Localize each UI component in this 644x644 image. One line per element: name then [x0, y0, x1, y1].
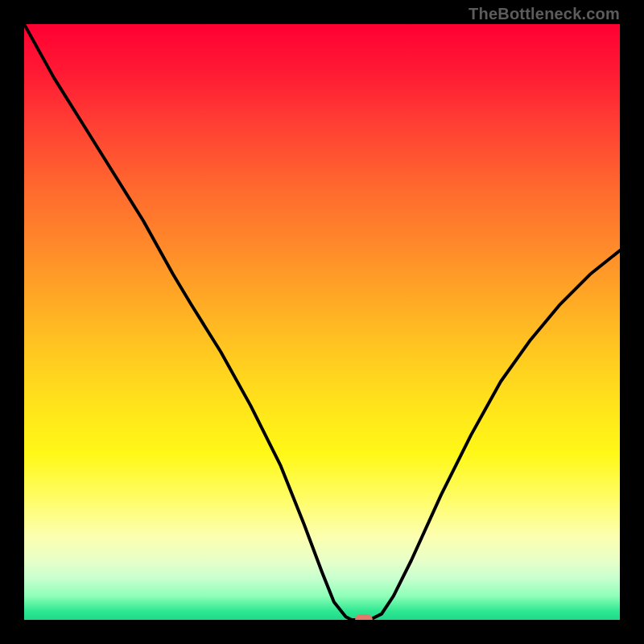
plot-area: [24, 24, 620, 620]
site-watermark: TheBottleneck.com: [469, 5, 620, 23]
optimal-point-marker: [355, 614, 373, 620]
chart-frame: TheBottleneck.com: [0, 0, 644, 644]
bottleneck-curve: [24, 24, 620, 620]
curve-svg: [24, 24, 620, 620]
